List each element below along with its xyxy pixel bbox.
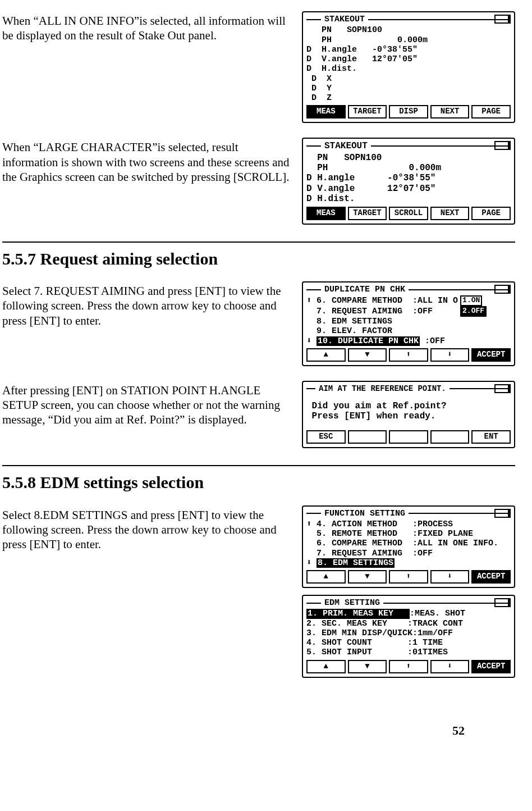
lcd-duplicate-pn-chk: DUPLICATE PN CHK ⬆ 6. COMPARE METHOD :AL… [302,281,515,366]
softkey[interactable]: PAGE [471,207,511,220]
lcd-title: AIM AT THE REFERENCE POINT. [319,384,446,393]
lcd-aim-reference: AIM AT THE REFERENCE POINT. Did you aim … [302,381,515,448]
battery-icon [494,15,511,24]
lcd-title: EDM SETTING [324,598,380,608]
lcd-line: PN SOPN100 [306,25,511,35]
paragraph-557-warning: After pressing [ENT] on STATION POINT H.… [2,381,292,427]
section-divider [2,242,515,243]
lcd-line: ⬆ 6. COMPARE METHOD :ALL IN O1.ON [306,295,511,306]
lcd-line: 7. REQUEST AIMING :OFF 2.OFF [306,306,511,317]
lcd-title: FUNCTION SETTING [324,509,405,518]
softkey[interactable]: ▲ [306,570,346,584]
softkey[interactable]: ▼ [348,660,387,673]
softkey[interactable]: NEXT [430,207,470,220]
lcd-body: 1. PRIM. MEAS KEY :MEAS. SHOT2. SEC. MEA… [306,609,511,657]
lcd-line: D Y [306,84,511,93]
softkey[interactable]: ACCEPT [471,660,511,673]
battery-icon [494,509,511,518]
lcd-line: 6. COMPARE METHOD :ALL IN ONE INFO. [306,539,511,548]
softkey-row: ▲▼⬆⬇ACCEPT [306,348,511,362]
lcd-line: Did you aim at Ref.point? [306,401,511,411]
lcd-line: D V.angle 12°07'05" [306,184,511,194]
lcd-line: 8. EDM SETTINGS [306,317,511,326]
battery-icon [494,598,511,607]
lcd-line: PH 0.000m [306,35,511,45]
lcd-line: PN SOPN100 [306,153,511,163]
softkey-row: MEASTARGETDISPNEXTPAGE [306,105,511,119]
softkey-row: ▲▼⬆⬇ACCEPT [306,660,511,673]
lcd-title: DUPLICATE PN CHK [324,285,405,294]
lcd-body: Did you aim at Ref.point? Press [ENT] wh… [306,394,511,428]
lcd-line: 7. REQUEST AIMING :OFF [306,549,511,558]
softkey-row: ESCENT [306,430,511,444]
lcd-line: 9. ELEV. FACTOR [306,326,511,336]
softkey[interactable]: ⬆ [389,660,428,673]
heading-558: 5.5.8 EDM settings selection [2,472,515,493]
lcd-line: D H.dist. [306,194,511,204]
lcd-line: ⬇ 8. EDM SETTINGS [306,558,511,568]
lcd-line: ⬇ 10. DUPLICATE PN CHK :OFF [306,336,511,346]
lcd-line: D H.angle -0°38'55" [306,173,511,183]
lcd-line: PH 0.000m [306,163,511,173]
softkey[interactable]: ⬇ [430,570,470,584]
page-number: 52 [2,723,515,739]
paragraph-558: Select 8.EDM SETTINGS and press [ENT] to… [2,505,292,552]
softkey[interactable]: DISP [389,105,428,119]
softkey[interactable] [348,430,387,444]
lcd-stakeout-large: STAKEOUT PN SOPN100 PH 0.000mD H.angle -… [302,138,515,224]
paragraph-large-char: When “LARGE CHARACTER”is selected, resul… [2,138,292,184]
battery-icon [494,285,511,294]
lcd-line: ⬆ 4. ACTION METHOD :PROCESS [306,520,511,529]
lcd-line: 3. EDM MIN DISP/QUICK:1mm/OFF [306,628,511,638]
lcd-body: ⬆ 6. COMPARE METHOD :ALL IN O1.ON 7. REQ… [306,295,511,346]
lcd-function-setting: FUNCTION SETTING ⬆ 4. ACTION METHOD :PRO… [302,505,515,589]
heading-557: 5.5.7 Request aiming selection [2,248,515,270]
softkey[interactable]: MEAS [306,207,346,220]
lcd-line: D Z [306,93,511,103]
softkey[interactable]: ⬇ [430,660,470,673]
lcd-line: Press [ENT] when ready. [306,411,511,421]
softkey[interactable]: TARGET [348,207,387,220]
lcd-edm-setting: EDM SETTING 1. PRIM. MEAS KEY :MEAS. SHO… [302,595,515,678]
section-divider [2,465,515,466]
battery-icon [494,384,511,393]
lcd-line: D X [306,74,511,84]
softkey[interactable]: NEXT [430,105,470,119]
lcd-body: PN SOPN100 PH 0.000mD H.angle -0°38'55"D… [306,25,511,103]
softkey[interactable]: ▲ [306,660,346,673]
softkey[interactable]: MEAS [306,105,346,119]
softkey[interactable]: SCROLL [389,207,428,220]
lcd-body: ⬆ 4. ACTION METHOD :PROCESS 5. REMOTE ME… [306,520,511,568]
lcd-line: 1. PRIM. MEAS KEY :MEAS. SHOT [306,609,511,618]
softkey-row: ▲▼⬆⬇ACCEPT [306,570,511,584]
softkey-row: MEASTARGETSCROLLNEXTPAGE [306,207,511,220]
softkey[interactable]: ⬆ [389,348,428,362]
softkey[interactable] [389,430,428,444]
softkey[interactable]: ACCEPT [471,570,511,584]
softkey[interactable]: TARGET [348,105,387,119]
lcd-line: 4. SHOT COUNT :1 TIME [306,638,511,648]
lcd-line: 5. REMOTE METHOD :FIXED PLANE [306,529,511,539]
softkey[interactable]: ⬆ [389,570,428,584]
softkey[interactable]: ▲ [306,348,346,362]
lcd-body: PN SOPN100 PH 0.000mD H.angle -0°38'55"D… [306,153,511,204]
lcd-line: 5. SHOT INPUT :01TIMES [306,648,511,657]
lcd-line: D H.dist. [306,64,511,74]
softkey[interactable]: PAGE [471,105,511,119]
softkey[interactable]: ENT [471,430,511,444]
lcd-stakeout-all: STAKEOUT PN SOPN100 PH 0.000mD H.angle -… [302,11,515,123]
paragraph-all-in-one: When “ALL IN ONE INFO”is selected, all i… [2,11,292,43]
softkey[interactable]: ACCEPT [471,348,511,362]
softkey[interactable] [430,430,470,444]
lcd-title: STAKEOUT [324,15,365,24]
softkey[interactable]: ▼ [348,570,387,584]
lcd-line: D H.angle -0°38'55" [306,45,511,54]
lcd-line: D V.angle 12°07'05" [306,54,511,64]
battery-icon [494,141,511,150]
softkey[interactable]: ⬇ [430,348,470,362]
softkey[interactable]: ▼ [348,348,387,362]
lcd-line: 2. SEC. MEAS KEY :TRACK CONT [306,619,511,628]
lcd-title: STAKEOUT [324,141,368,151]
paragraph-557-intro: Select 7. REQUEST AIMING and press [ENT]… [2,281,292,328]
softkey[interactable]: ESC [306,430,346,444]
